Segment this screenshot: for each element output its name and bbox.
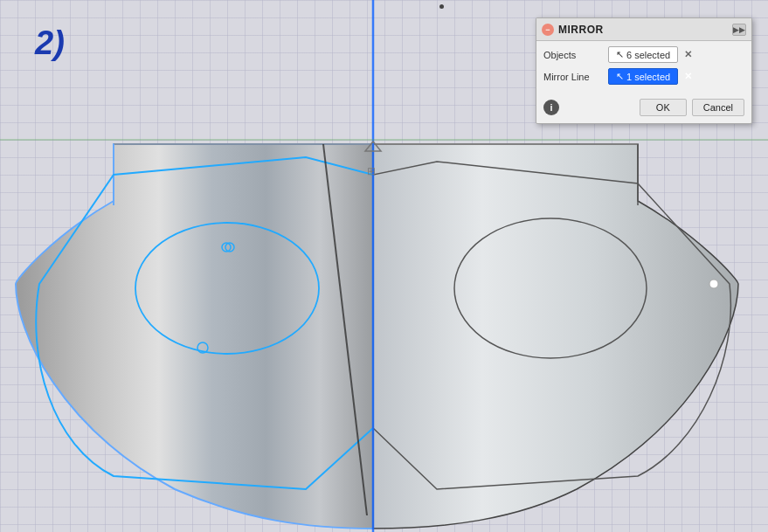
mirror-line-chip: ↖ 1 selected ✕	[608, 68, 744, 85]
svg-point-5	[222, 243, 231, 252]
dialog-buttons: OK Cancel	[640, 99, 744, 116]
objects-close-button[interactable]: ✕	[682, 49, 694, 61]
ok-button[interactable]: OK	[640, 99, 687, 116]
mirror-line-value: 1 selected	[626, 72, 670, 82]
mirror-cursor-icon: ↖	[616, 71, 624, 82]
cursor-icon: ↖	[616, 49, 624, 60]
objects-badge[interactable]: ↖ 6 selected	[608, 46, 678, 63]
sketch-annotation: 2)	[35, 26, 65, 59]
svg-text:⊞: ⊞	[367, 165, 376, 177]
dialog-title-left: − MIRROR	[542, 24, 604, 36]
svg-line-11	[323, 144, 367, 515]
expand-arrow[interactable]: ▶▶	[732, 24, 746, 36]
dialog-expand-btn[interactable]: ▶▶	[732, 24, 746, 36]
objects-row: Objects ↖ 6 selected ✕	[543, 46, 744, 63]
svg-point-6	[197, 342, 208, 353]
objects-chip: ↖ 6 selected ✕	[608, 46, 744, 63]
cancel-button[interactable]: Cancel	[692, 99, 744, 116]
mirror-line-badge[interactable]: ↖ 1 selected	[608, 68, 678, 85]
objects-value: 6 selected	[626, 50, 670, 60]
svg-point-4	[225, 243, 234, 252]
svg-marker-12	[365, 142, 381, 151]
dialog-body: Objects ↖ 6 selected ✕ Mirror Line ↖ 1 s…	[536, 41, 751, 95]
dialog-title-text: MIRROR	[558, 24, 604, 36]
mirror-dialog: − MIRROR ▶▶ Objects ↖ 6 selected ✕	[536, 17, 752, 124]
mirror-line-row: Mirror Line ↖ 1 selected ✕	[543, 68, 744, 85]
mirror-line-label: Mirror Line	[543, 72, 603, 82]
objects-label: Objects	[543, 50, 603, 60]
dialog-footer: i OK Cancel	[536, 95, 751, 123]
svg-point-10	[709, 280, 718, 288]
dialog-titlebar: − MIRROR ▶▶	[536, 18, 751, 41]
canvas-area: ⊞ 2) − MIRROR ▶▶ Objects ↖ 6 sel	[0, 0, 768, 532]
svg-point-3	[135, 223, 319, 354]
svg-point-7	[454, 218, 647, 358]
mirror-title-icon: −	[542, 24, 554, 36]
mirror-line-close-button[interactable]: ✕	[682, 71, 694, 83]
info-icon[interactable]: i	[543, 100, 559, 115]
top-dot	[439, 4, 444, 9]
